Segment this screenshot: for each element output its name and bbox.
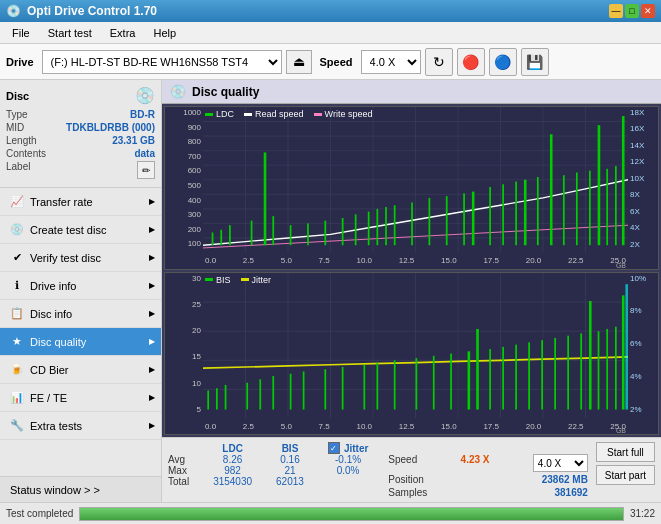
menu-help[interactable]: Help	[145, 25, 184, 41]
svg-rect-64	[207, 390, 209, 409]
status-window-button[interactable]: Status window > >	[0, 476, 161, 502]
speed-select[interactable]: 4.0 X	[361, 50, 421, 74]
start-part-button[interactable]: Start part	[596, 465, 655, 485]
svg-rect-27	[342, 218, 344, 245]
svg-rect-69	[272, 375, 274, 409]
write-speed-dot	[314, 113, 322, 116]
total-ldc: 3154030	[201, 476, 264, 487]
avg-bis: 0.16	[264, 454, 316, 465]
menu-start-test[interactable]: Start test	[40, 25, 100, 41]
sidebar-item-extra-tests[interactable]: 🔧 Extra tests ▶	[0, 412, 161, 440]
svg-rect-91	[598, 331, 600, 409]
drive-info-arrow: ▶	[149, 281, 155, 290]
status-bar: Test completed 31:22	[0, 502, 661, 524]
save-button[interactable]: 💾	[521, 48, 549, 76]
icon2-button[interactable]: 🔵	[489, 48, 517, 76]
chart2: 30 25 20 15 10 5 10% 8% 6% 4% 2%	[164, 272, 659, 436]
sidebar-item-drive-info[interactable]: ℹ Drive info ▶	[0, 272, 161, 300]
progress-bar	[79, 507, 624, 521]
menu-file[interactable]: File	[4, 25, 38, 41]
write-speed-label: Write speed	[325, 109, 373, 119]
legend-ldc: LDC	[205, 109, 234, 119]
chart2-gb-label: GB	[616, 427, 626, 434]
jitter-checkbox[interactable]: ✓	[328, 442, 340, 454]
menu-extra[interactable]: Extra	[102, 25, 144, 41]
chart2-legend: BIS Jitter	[205, 275, 271, 285]
eject-button[interactable]: ⏏	[286, 50, 312, 74]
svg-rect-46	[589, 171, 591, 246]
speed-display: 4.23 X	[461, 454, 490, 472]
svg-rect-86	[541, 340, 543, 409]
maximize-button[interactable]: □	[625, 4, 639, 18]
disc-quality-title: Disc quality	[192, 85, 259, 99]
total-bis: 62013	[264, 476, 316, 487]
svg-rect-36	[463, 193, 465, 245]
disc-quality-arrow: ▶	[149, 337, 155, 346]
sidebar-item-fe-te[interactable]: 📊 FE / TE ▶	[0, 384, 161, 412]
svg-rect-42	[537, 177, 539, 245]
svg-rect-33	[411, 202, 413, 245]
chart2-y-labels-right: 10% 8% 6% 4% 2%	[628, 273, 658, 417]
stats-table: LDC BIS ✓ Jitter Avg 8.26 0.16 -0.1%	[168, 442, 380, 487]
svg-rect-83	[502, 346, 504, 409]
svg-rect-19	[220, 230, 222, 245]
ldc-label: LDC	[216, 109, 234, 119]
svg-rect-40	[515, 182, 517, 246]
bis-dot	[205, 278, 213, 281]
svg-rect-32	[394, 205, 396, 245]
charts-container: 1000 900 800 700 600 500 400 300 200 100…	[162, 104, 661, 437]
sidebar-item-verify-test-disc-label: Verify test disc	[30, 252, 101, 264]
fe-te-arrow: ▶	[149, 393, 155, 402]
read-speed-dot	[244, 113, 252, 116]
close-button[interactable]: ✕	[641, 4, 655, 18]
disc-mid-label: MID	[6, 122, 24, 133]
svg-rect-38	[489, 187, 491, 245]
speed-select-stats[interactable]: 4.0 X	[533, 454, 588, 472]
transfer-rate-arrow: ▶	[149, 197, 155, 206]
refresh-button[interactable]: ↻	[425, 48, 453, 76]
disc-info-arrow: ▶	[149, 309, 155, 318]
label-edit-button[interactable]: ✏	[137, 161, 155, 179]
menu-bar: File Start test Extra Help	[0, 22, 661, 44]
icon1-button[interactable]: 🔴	[457, 48, 485, 76]
disc-quality-header: 💿 Disc quality	[162, 80, 661, 104]
col-ldc: LDC	[201, 442, 264, 454]
cd-bier-icon: 🍺	[10, 363, 24, 377]
sidebar-item-create-test-disc[interactable]: 💿 Create test disc ▶	[0, 216, 161, 244]
svg-rect-84	[515, 344, 517, 409]
disc-icon: 💿	[135, 86, 155, 105]
svg-rect-85	[528, 342, 530, 409]
sidebar-item-disc-info[interactable]: 📋 Disc info ▶	[0, 300, 161, 328]
minimize-button[interactable]: —	[609, 4, 623, 18]
chart1: 1000 900 800 700 600 500 400 300 200 100…	[164, 106, 659, 270]
svg-rect-74	[363, 364, 365, 409]
sidebar-item-disc-quality[interactable]: ★ Disc quality ▶	[0, 328, 161, 356]
disc-info-panel: Disc 💿 Type BD-R MID TDKBLDRBB (000) Len…	[0, 80, 161, 188]
drive-select[interactable]: (F:) HL-DT-ST BD-RE WH16NS58 TST4	[42, 50, 282, 74]
sidebar-item-cd-bier[interactable]: 🍺 CD Bier ▶	[0, 356, 161, 384]
sidebar-item-cd-bier-label: CD Bier	[30, 364, 69, 376]
drive-label: Drive	[6, 56, 34, 68]
right-stats: Speed 4.23 X 4.0 X Position 23862 MB Sam…	[388, 442, 588, 498]
start-full-button[interactable]: Start full	[596, 442, 655, 462]
chart2-y-labels-left: 30 25 20 15 10 5	[165, 273, 203, 417]
disc-mid-value: TDKBLDRBB (000)	[66, 122, 155, 133]
content-area: 💿 Disc quality 1000 900 800 700 600 500 …	[162, 80, 661, 502]
avg-ldc: 8.26	[201, 454, 264, 465]
extra-tests-arrow: ▶	[149, 421, 155, 430]
svg-rect-44	[563, 175, 565, 245]
chart2-plot	[203, 273, 628, 419]
sidebar-item-create-test-disc-label: Create test disc	[30, 224, 106, 236]
max-label: Max	[168, 465, 201, 476]
svg-rect-47	[598, 125, 601, 245]
svg-rect-26	[324, 221, 326, 246]
sidebar-item-transfer-rate[interactable]: 📈 Transfer rate ▶	[0, 188, 161, 216]
sidebar-item-verify-test-disc[interactable]: ✔ Verify test disc ▶	[0, 244, 161, 272]
legend-write-speed: Write speed	[314, 109, 373, 119]
svg-rect-67	[246, 382, 248, 409]
app-title: Opti Drive Control 1.70	[27, 4, 157, 18]
disc-length-label: Length	[6, 135, 37, 146]
legend-jitter: Jitter	[241, 275, 272, 285]
svg-rect-21	[251, 221, 253, 246]
time-display: 31:22	[630, 508, 655, 519]
